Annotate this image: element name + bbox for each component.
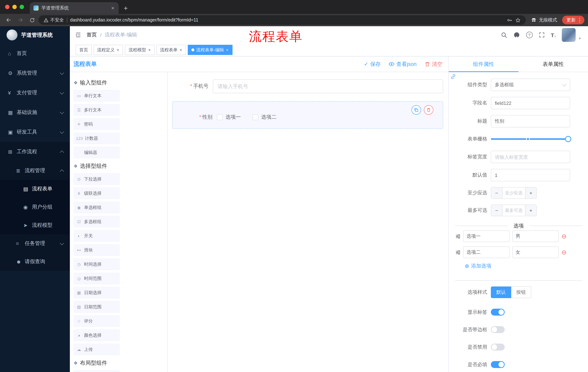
- add-option-button[interactable]: ⊕ 添加选项: [465, 263, 582, 269]
- sidebar-item[interactable]: ⊞ 工作流程: [0, 142, 70, 162]
- tag-close-icon[interactable]: ×: [179, 48, 182, 52]
- tag[interactable]: 流程表单-编辑 ×: [188, 45, 232, 55]
- toggle-switch[interactable]: [491, 309, 505, 316]
- bookmark-star-icon[interactable]: [515, 17, 521, 23]
- segment-button[interactable]: 默认: [491, 287, 511, 298]
- canvas-field-gender-selected[interactable]: 性别 选项一: [172, 101, 443, 129]
- tab-close-icon[interactable]: ×: [111, 5, 115, 11]
- sidebar-item[interactable]: ▤ 流程表单: [0, 180, 70, 198]
- sidebar-item[interactable]: ➤ 流程模型: [0, 216, 70, 234]
- toggle-switch[interactable]: [491, 361, 505, 368]
- link-icon[interactable]: [451, 74, 456, 79]
- user-avatar[interactable]: [562, 28, 576, 42]
- option-value-input[interactable]: [512, 230, 559, 242]
- tag[interactable]: 首页: [76, 45, 92, 55]
- palette-item[interactable]: ◉ 单选框组: [74, 202, 120, 213]
- remove-option-icon[interactable]: ⊖: [561, 249, 567, 255]
- palette-item[interactable]: ☑ 多选框组: [74, 216, 120, 227]
- label-width-input[interactable]: [491, 151, 570, 163]
- title-input[interactable]: [491, 115, 570, 128]
- help-icon[interactable]: ?: [526, 32, 533, 38]
- palette-item[interactable]: 编辑器: [74, 147, 120, 158]
- default-value-input[interactable]: [491, 169, 570, 181]
- checkbox-option[interactable]: 选项一: [217, 114, 241, 120]
- palette-item[interactable]: ⊙ 下拉选择: [74, 173, 120, 185]
- tag[interactable]: 流程表单 ×: [157, 45, 186, 55]
- sidebar-item[interactable]: ▣ 研发工具: [0, 122, 70, 142]
- palette-item[interactable]: ☰ 多行文本: [74, 104, 120, 116]
- plus-button[interactable]: +: [525, 187, 536, 198]
- palette-item[interactable]: ✳ 密码: [74, 118, 120, 130]
- minus-button[interactable]: −: [491, 187, 503, 198]
- slider-handle[interactable]: [565, 136, 571, 142]
- palette-item[interactable]: 123 计数器: [74, 132, 120, 144]
- tag[interactable]: 流程定义 ×: [94, 45, 123, 55]
- field-name-input[interactable]: [491, 97, 570, 109]
- sidebar-item[interactable]: ◉ 用户分组: [0, 198, 70, 216]
- sidebar-item[interactable]: ¥ 支付管理: [0, 83, 70, 103]
- sidebar-item[interactable]: ⌗ 任务管理: [0, 234, 70, 253]
- new-tab-button[interactable]: +: [119, 4, 128, 14]
- checkbox-option[interactable]: 选项二: [252, 114, 276, 120]
- palette-item[interactable]: ▦ 日期选择: [74, 287, 120, 298]
- delete-component-button[interactable]: [424, 105, 433, 115]
- palette-item[interactable]: ⊷ 滑块: [74, 244, 120, 256]
- plus-button[interactable]: +: [525, 205, 536, 216]
- window-minimize-button[interactable]: [12, 5, 17, 9]
- sidebar-item[interactable]: ⚙ 系统管理: [0, 63, 70, 83]
- browser-menu-icon[interactable]: ⋮: [577, 17, 582, 23]
- segment-button[interactable]: 按钮: [511, 287, 531, 298]
- palette-item[interactable]: ☆ 评分: [74, 315, 120, 327]
- sidebar-item[interactable]: ⌂ 首页: [0, 44, 70, 63]
- palette-item[interactable]: ◐ 开关: [74, 230, 120, 242]
- palette-item[interactable]: ☁ 上传: [74, 344, 120, 355]
- back-button[interactable]: [4, 15, 14, 25]
- palette-item[interactable]: ▧ 日期范围: [74, 301, 120, 313]
- breadcrumb-home[interactable]: 首页: [87, 32, 97, 38]
- drag-handle-icon[interactable]: [455, 250, 461, 255]
- reload-button[interactable]: [27, 15, 37, 25]
- hamburger-icon[interactable]: [75, 32, 82, 38]
- fullscreen-icon[interactable]: [539, 32, 545, 38]
- url-bar[interactable]: 不安全 dashboard.yudao.iocoder.cn/bpm/manag…: [39, 15, 526, 25]
- font-size-icon[interactable]: T↑↓: [551, 32, 556, 38]
- tag-close-icon[interactable]: ×: [148, 48, 151, 52]
- window-close-button[interactable]: [5, 5, 10, 9]
- properties-tab[interactable]: 组件属性: [449, 56, 518, 72]
- tag-close-icon[interactable]: ×: [226, 48, 229, 52]
- password-key-icon[interactable]: [507, 17, 512, 23]
- clear-button[interactable]: 清空: [425, 61, 442, 67]
- sidebar-item[interactable]: ≣ 流程管理: [0, 162, 70, 180]
- toggle-switch[interactable]: [491, 344, 505, 351]
- save-button[interactable]: ✓ 保存: [364, 61, 381, 67]
- window-zoom-button[interactable]: [20, 5, 24, 9]
- palette-item[interactable]: ◕ 颜色选择: [74, 329, 120, 341]
- toggle-switch[interactable]: [491, 326, 505, 333]
- search-icon[interactable]: [501, 32, 507, 38]
- tag-close-icon[interactable]: ×: [116, 48, 119, 52]
- phone-input[interactable]: [213, 79, 443, 93]
- tag[interactable]: 流程模型 ×: [125, 45, 155, 55]
- canvas-field-phone[interactable]: 手机号: [172, 79, 443, 93]
- palette-item[interactable]: ▥ 行容器: [74, 370, 120, 372]
- palette-item[interactable]: ◶ 时间范围: [74, 273, 120, 284]
- drag-handle-icon[interactable]: [455, 234, 461, 239]
- browser-tab[interactable]: 芋道管理系统 ×: [30, 2, 119, 14]
- palette-item[interactable]: ⋔ 级联选择: [74, 187, 120, 199]
- properties-tab[interactable]: 表单属性: [518, 56, 588, 72]
- forward-button[interactable]: [15, 15, 25, 25]
- security-warning[interactable]: 不安全: [44, 17, 64, 23]
- copy-component-button[interactable]: [411, 105, 421, 115]
- option-name-input[interactable]: [463, 246, 510, 258]
- grid-slider[interactable]: [491, 133, 570, 145]
- minus-button[interactable]: −: [491, 205, 503, 216]
- view-json-button[interactable]: 查看json: [389, 61, 417, 67]
- sidebar-item[interactable]: ▦ 基础设施: [0, 103, 70, 122]
- component-type-select[interactable]: 多选框组: [491, 79, 570, 91]
- update-chip[interactable]: 更新 ⋮: [562, 16, 584, 24]
- sidebar-item[interactable]: ☻ 请假查询: [0, 253, 70, 271]
- option-value-input[interactable]: [512, 246, 559, 258]
- palette-item[interactable]: ▭ 单行文本: [74, 90, 120, 102]
- option-name-input[interactable]: [463, 230, 510, 242]
- min-checked-placeholder[interactable]: 至少应选: [503, 187, 525, 198]
